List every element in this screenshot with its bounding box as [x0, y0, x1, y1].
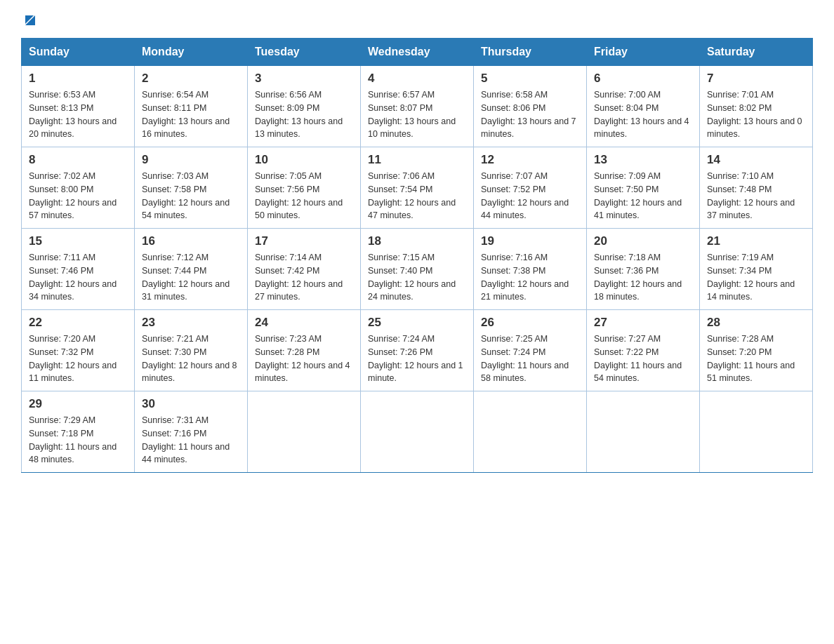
day-number: 19	[481, 234, 579, 248]
day-number: 7	[707, 72, 805, 86]
day-info: Sunrise: 7:19 AMSunset: 7:34 PMDaylight:…	[707, 251, 805, 304]
header-row: Sunday Monday Tuesday Wednesday Thursday…	[22, 39, 813, 66]
day-number: 9	[142, 153, 240, 167]
day-number: 8	[29, 153, 127, 167]
calendar-cell: 24 Sunrise: 7:23 AMSunset: 7:28 PMDaylig…	[248, 310, 361, 391]
header-friday: Friday	[587, 39, 700, 66]
calendar-cell: 3 Sunrise: 6:56 AMSunset: 8:09 PMDayligh…	[248, 66, 361, 147]
day-number: 17	[255, 234, 353, 248]
day-number: 6	[594, 72, 692, 86]
day-info: Sunrise: 7:03 AMSunset: 7:58 PMDaylight:…	[142, 170, 240, 222]
calendar-cell: 26 Sunrise: 7:25 AMSunset: 7:24 PMDaylig…	[474, 310, 587, 391]
day-info: Sunrise: 7:10 AMSunset: 7:48 PMDaylight:…	[707, 170, 805, 222]
day-info: Sunrise: 7:06 AMSunset: 7:54 PMDaylight:…	[368, 170, 466, 222]
header-saturday: Saturday	[700, 39, 813, 66]
header-thursday: Thursday	[474, 39, 587, 66]
calendar-cell	[361, 391, 474, 473]
calendar-cell: 13 Sunrise: 7:09 AMSunset: 7:50 PMDaylig…	[587, 147, 700, 229]
logo	[21, 14, 38, 25]
calendar-cell: 22 Sunrise: 7:20 AMSunset: 7:32 PMDaylig…	[22, 310, 135, 391]
calendar-cell: 12 Sunrise: 7:07 AMSunset: 7:52 PMDaylig…	[474, 147, 587, 229]
day-info: Sunrise: 7:09 AMSunset: 7:50 PMDaylight:…	[594, 170, 692, 222]
calendar-cell: 19 Sunrise: 7:16 AMSunset: 7:38 PMDaylig…	[474, 229, 587, 310]
day-info: Sunrise: 7:24 AMSunset: 7:26 PMDaylight:…	[368, 333, 466, 385]
day-info: Sunrise: 6:56 AMSunset: 8:09 PMDaylight:…	[255, 88, 353, 141]
day-info: Sunrise: 7:29 AMSunset: 7:18 PMDaylight:…	[29, 414, 127, 467]
logo-triangle-icon	[22, 13, 38, 28]
calendar-week-1: 1 Sunrise: 6:53 AMSunset: 8:13 PMDayligh…	[22, 66, 813, 147]
day-number: 22	[29, 316, 127, 330]
calendar-cell: 4 Sunrise: 6:57 AMSunset: 8:07 PMDayligh…	[361, 66, 474, 147]
day-number: 26	[481, 316, 579, 330]
day-number: 25	[368, 316, 466, 330]
day-info: Sunrise: 7:16 AMSunset: 7:38 PMDaylight:…	[481, 251, 579, 304]
calendar-table: Sunday Monday Tuesday Wednesday Thursday…	[21, 38, 813, 473]
day-info: Sunrise: 7:25 AMSunset: 7:24 PMDaylight:…	[481, 333, 579, 385]
day-info: Sunrise: 7:28 AMSunset: 7:20 PMDaylight:…	[707, 333, 805, 385]
day-number: 15	[29, 234, 127, 248]
calendar-cell: 18 Sunrise: 7:15 AMSunset: 7:40 PMDaylig…	[361, 229, 474, 310]
calendar-cell: 5 Sunrise: 6:58 AMSunset: 8:06 PMDayligh…	[474, 66, 587, 147]
day-number: 21	[707, 234, 805, 248]
day-info: Sunrise: 6:53 AMSunset: 8:13 PMDaylight:…	[29, 88, 127, 141]
day-number: 5	[481, 72, 579, 86]
day-info: Sunrise: 7:02 AMSunset: 8:00 PMDaylight:…	[29, 170, 127, 222]
day-info: Sunrise: 6:54 AMSunset: 8:11 PMDaylight:…	[142, 88, 240, 141]
day-info: Sunrise: 7:21 AMSunset: 7:30 PMDaylight:…	[142, 333, 240, 385]
calendar-cell: 29 Sunrise: 7:29 AMSunset: 7:18 PMDaylig…	[22, 391, 135, 473]
day-number: 11	[368, 153, 466, 167]
calendar-cell: 25 Sunrise: 7:24 AMSunset: 7:26 PMDaylig…	[361, 310, 474, 391]
calendar-cell	[700, 391, 813, 473]
day-number: 23	[142, 316, 240, 330]
calendar-week-4: 22 Sunrise: 7:20 AMSunset: 7:32 PMDaylig…	[22, 310, 813, 391]
day-number: 10	[255, 153, 353, 167]
calendar-cell: 17 Sunrise: 7:14 AMSunset: 7:42 PMDaylig…	[248, 229, 361, 310]
calendar-cell	[248, 391, 361, 473]
calendar-cell: 1 Sunrise: 6:53 AMSunset: 8:13 PMDayligh…	[22, 66, 135, 147]
calendar-cell: 16 Sunrise: 7:12 AMSunset: 7:44 PMDaylig…	[135, 229, 248, 310]
day-info: Sunrise: 7:07 AMSunset: 7:52 PMDaylight:…	[481, 170, 579, 222]
day-info: Sunrise: 7:14 AMSunset: 7:42 PMDaylight:…	[255, 251, 353, 304]
day-number: 18	[368, 234, 466, 248]
day-info: Sunrise: 6:58 AMSunset: 8:06 PMDaylight:…	[481, 88, 579, 141]
header-sunday: Sunday	[22, 39, 135, 66]
day-number: 30	[142, 397, 240, 411]
day-info: Sunrise: 7:11 AMSunset: 7:46 PMDaylight:…	[29, 251, 127, 304]
header-tuesday: Tuesday	[248, 39, 361, 66]
day-number: 29	[29, 397, 127, 411]
day-number: 2	[142, 72, 240, 86]
calendar-cell: 23 Sunrise: 7:21 AMSunset: 7:30 PMDaylig…	[135, 310, 248, 391]
day-number: 16	[142, 234, 240, 248]
day-number: 3	[255, 72, 353, 86]
calendar-cell	[587, 391, 700, 473]
day-number: 4	[368, 72, 466, 86]
page-header	[21, 14, 813, 25]
calendar-cell: 27 Sunrise: 7:27 AMSunset: 7:22 PMDaylig…	[587, 310, 700, 391]
day-number: 12	[481, 153, 579, 167]
calendar-cell: 10 Sunrise: 7:05 AMSunset: 7:56 PMDaylig…	[248, 147, 361, 229]
calendar-cell: 21 Sunrise: 7:19 AMSunset: 7:34 PMDaylig…	[700, 229, 813, 310]
day-info: Sunrise: 7:12 AMSunset: 7:44 PMDaylight:…	[142, 251, 240, 304]
day-info: Sunrise: 7:23 AMSunset: 7:28 PMDaylight:…	[255, 333, 353, 385]
day-number: 1	[29, 72, 127, 86]
day-info: Sunrise: 7:27 AMSunset: 7:22 PMDaylight:…	[594, 333, 692, 385]
calendar-cell: 28 Sunrise: 7:28 AMSunset: 7:20 PMDaylig…	[700, 310, 813, 391]
day-number: 20	[594, 234, 692, 248]
calendar-cell: 15 Sunrise: 7:11 AMSunset: 7:46 PMDaylig…	[22, 229, 135, 310]
calendar-cell: 7 Sunrise: 7:01 AMSunset: 8:02 PMDayligh…	[700, 66, 813, 147]
day-info: Sunrise: 7:15 AMSunset: 7:40 PMDaylight:…	[368, 251, 466, 304]
day-info: Sunrise: 6:57 AMSunset: 8:07 PMDaylight:…	[368, 88, 466, 141]
day-info: Sunrise: 7:01 AMSunset: 8:02 PMDaylight:…	[707, 88, 805, 141]
header-wednesday: Wednesday	[361, 39, 474, 66]
calendar-week-5: 29 Sunrise: 7:29 AMSunset: 7:18 PMDaylig…	[22, 391, 813, 473]
day-number: 27	[594, 316, 692, 330]
day-info: Sunrise: 7:20 AMSunset: 7:32 PMDaylight:…	[29, 333, 127, 385]
day-number: 24	[255, 316, 353, 330]
day-info: Sunrise: 7:31 AMSunset: 7:16 PMDaylight:…	[142, 414, 240, 467]
day-number: 13	[594, 153, 692, 167]
day-number: 14	[707, 153, 805, 167]
header-monday: Monday	[135, 39, 248, 66]
calendar-cell: 14 Sunrise: 7:10 AMSunset: 7:48 PMDaylig…	[700, 147, 813, 229]
calendar-cell: 20 Sunrise: 7:18 AMSunset: 7:36 PMDaylig…	[587, 229, 700, 310]
calendar-cell: 9 Sunrise: 7:03 AMSunset: 7:58 PMDayligh…	[135, 147, 248, 229]
